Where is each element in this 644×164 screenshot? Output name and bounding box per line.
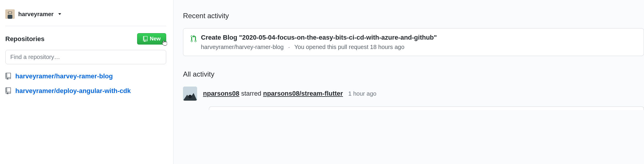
pull-request-icon (190, 35, 197, 43)
cursor-hand-icon (162, 40, 167, 47)
svg-point-6 (188, 95, 192, 98)
activity-title: Create Blog "2020-05-04-focus-on-the-eas… (201, 34, 437, 41)
repo-link[interactable]: harveyramer/deploy-angular-with-cdk (15, 87, 131, 95)
repo-list-item: harveyramer/harvey-ramer-blog (5, 72, 166, 80)
caret-down-icon (58, 13, 61, 15)
feed-body: nparsons08 starred nparsons08/stream-flu… (203, 90, 376, 97)
repo-list-item: harveyramer/deploy-angular-with-cdk (5, 87, 166, 95)
feed-repo-link[interactable]: nparsons08/stream-flutter (263, 90, 343, 97)
feed-avatar[interactable] (183, 87, 197, 101)
repo-icon (5, 73, 11, 80)
separator-dot: · (288, 44, 290, 50)
new-button-label: New (150, 36, 161, 42)
all-activity-heading: All activity (183, 70, 644, 78)
repositories-heading: Repositories (5, 35, 44, 43)
repositories-header: Repositories New (5, 33, 166, 45)
activity-repo: harveyramer/harvey-ramer-blog (201, 44, 284, 50)
feed-item: nparsons08 starred nparsons08/stream-flu… (183, 87, 644, 101)
feed-subcard (209, 106, 644, 110)
recent-activity-item[interactable]: Create Blog "2020-05-04-focus-on-the-eas… (183, 28, 644, 56)
main-content: Recent activity Create Blog "2020-05-04-… (174, 0, 644, 164)
activity-meta: harveyramer/harvey-ramer-blog · You open… (201, 44, 437, 50)
activity-description: You opened this pull request 18 hours ag… (294, 44, 405, 50)
recent-activity-heading: Recent activity (183, 12, 644, 20)
sidebar: harveyramer Repositories New harveyramer… (0, 0, 174, 164)
feed-action: starred (241, 90, 261, 97)
repo-search-input[interactable] (5, 50, 166, 64)
svg-rect-2 (8, 15, 12, 19)
feed-text: nparsons08 starred nparsons08/stream-flu… (203, 90, 345, 97)
feed-timestamp: 1 hour ago (348, 90, 377, 97)
avatar (5, 9, 15, 19)
username-label: harveyramer (18, 11, 54, 18)
repo-icon (5, 87, 11, 94)
feed-actor-link[interactable]: nparsons08 (203, 90, 239, 97)
repo-icon (143, 36, 148, 42)
new-repo-button[interactable]: New (137, 33, 166, 45)
repo-link[interactable]: harveyramer/harvey-ramer-blog (15, 72, 113, 80)
user-switcher[interactable]: harveyramer (5, 9, 166, 26)
activity-body: Create Blog "2020-05-04-focus-on-the-eas… (201, 34, 437, 50)
